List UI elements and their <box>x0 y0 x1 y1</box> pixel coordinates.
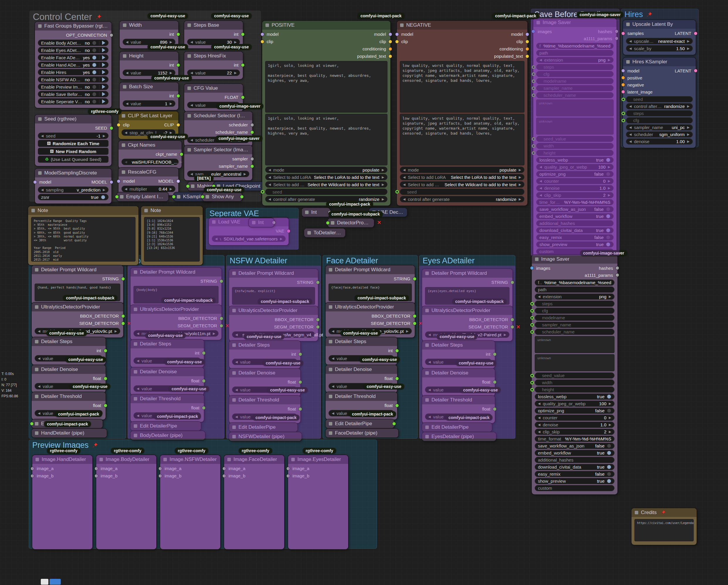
CLIP-output-port[interactable] <box>177 123 180 126</box>
decrement-arrow-icon[interactable]: ◀ <box>428 360 431 364</box>
node-header-scheduler-selector[interactable]: Scheduler Selector (Image S... <box>184 111 252 120</box>
clip-skip-widget[interactable]: ◀clip_skip2▶ <box>536 192 614 198</box>
image_a-input-port[interactable] <box>31 467 34 470</box>
a1111_params-output-port[interactable] <box>616 273 619 277</box>
decrement-arrow-icon[interactable]: ◀ <box>41 134 44 138</box>
image_b-input-port[interactable] <box>31 474 34 477</box>
toggle-dot[interactable] <box>606 235 610 240</box>
linked-input-port[interactable] <box>530 388 534 392</box>
decrement-arrow-icon[interactable]: ◀ <box>235 415 238 419</box>
float-output-port[interactable] <box>298 407 302 410</box>
increment-arrow-icon[interactable]: ▶ <box>609 416 611 420</box>
seed-widget[interactable]: ◀seed-1▶ <box>38 133 108 139</box>
additional-hashes-field[interactable]: additional_hashes <box>536 220 614 227</box>
increment-arrow-icon[interactable]: ▶ <box>406 329 409 333</box>
bypass-arrow-icon[interactable] <box>102 99 105 104</box>
collapse-icon[interactable] <box>232 371 236 375</box>
node-header-upscale-latent-by[interactable]: Upscale Latent By <box>623 20 696 29</box>
bypass-arrow-icon[interactable] <box>102 48 105 52</box>
collapse-icon[interactable] <box>38 171 42 175</box>
toggle-dot[interactable] <box>607 444 611 448</box>
collapse-icon[interactable] <box>35 431 38 435</box>
textarea[interactable]: [1:1] 1024x1024 [3:4] 896x1152 [5:8] 832… <box>144 217 200 262</box>
increment-arrow-icon[interactable]: ▶ <box>687 104 690 108</box>
collapse-icon[interactable] <box>425 425 429 429</box>
node-steps-hiresfix[interactable]: Steps HiresFixint◀value22▶ <box>184 52 243 79</box>
linked-input-port[interactable] <box>530 330 534 334</box>
collapse-icon[interactable] <box>191 184 194 188</box>
toggle-dot[interactable] <box>92 48 97 52</box>
save-workflow-as-json-toggle[interactable]: save_workflow_as_jsonfalse <box>536 206 614 212</box>
increment-arrow-icon[interactable]: ▶ <box>234 71 237 75</box>
enable-body-adetailer-toggle[interactable]: Enable Body ADetailerno <box>38 39 108 46</box>
node-header-note-resolutions[interactable]: Note <box>141 206 203 215</box>
node-image-saver[interactable]: Image Saverimageshashesa1111_paramsfilen… <box>532 255 618 495</box>
collapse-icon[interactable] <box>232 425 236 429</box>
toggle-dot[interactable] <box>606 158 610 162</box>
node-sampler-selector[interactable]: Sampler Selector (Image Sa...samplersamp… <box>184 145 252 180</box>
decrement-arrow-icon[interactable]: ◀ <box>126 40 128 44</box>
node-header-width[interactable]: Width <box>120 21 178 30</box>
increment-arrow-icon[interactable]: ▶ <box>609 423 611 427</box>
scale-by-widget[interactable]: ◀scale_by1.50▶ <box>626 45 693 52</box>
SEED-output-port[interactable] <box>110 126 113 130</box>
SEGM_DETECTOR-output-port[interactable] <box>220 324 223 327</box>
node-header-body-steps[interactable]: Detailer Steps <box>131 340 204 348</box>
upscale-method-widget[interactable]: ◀upscale_methodnearest-exact▶ <box>626 38 693 44</box>
value-widget[interactable]: ◀value22▶ <box>187 70 240 76</box>
btn-button[interactable]: ⚄Randomize Each Time <box>38 140 108 147</box>
BBOX_DETECTOR-output-port[interactable] <box>511 318 514 321</box>
decrement-arrow-icon[interactable]: ◀ <box>538 295 540 298</box>
toggle-dot[interactable] <box>606 228 610 233</box>
increment-arrow-icon[interactable]: ▶ <box>609 430 611 434</box>
decrement-arrow-icon[interactable]: ◀ <box>403 197 405 201</box>
int-output-port[interactable] <box>104 349 107 352</box>
float-output-port[interactable] <box>104 404 107 407</box>
node-header-body-detector[interactable]: UltralyticsDetectorProvider <box>131 305 222 314</box>
lossless-webp-toggle[interactable]: lossless_webptrue <box>535 394 615 400</box>
linked-input-port[interactable] <box>622 112 625 115</box>
node-header-body-edit-pipe[interactable]: Edit DetailerPipe <box>131 422 201 430</box>
collapse-icon[interactable] <box>38 117 42 121</box>
node-note-resolutions[interactable]: Note[1:1] 1024x1024 [3:4] 896x1152 [5:8]… <box>141 206 203 265</box>
node-empty-latent-image[interactable]: Empty Latent Image <box>117 192 168 201</box>
decrement-arrow-icon[interactable]: ◀ <box>38 356 40 361</box>
textarea[interactable]: unknown <box>535 354 615 371</box>
model-output-port[interactable] <box>389 32 392 36</box>
node-header-negative[interactable]: NEGATIVE <box>397 21 527 30</box>
collapse-icon[interactable] <box>134 397 137 401</box>
combo-widget[interactable]: ◀waiSHUFFLENOOB_...▶ <box>122 159 179 165</box>
enable-hires-toggle[interactable]: Enable Hiresyes <box>38 69 108 75</box>
decrement-arrow-icon[interactable]: ◀ <box>332 356 334 361</box>
decrement-arrow-icon[interactable]: ◀ <box>190 138 193 142</box>
decrement-arrow-icon[interactable]: ◀ <box>235 388 238 392</box>
collapse-icon[interactable] <box>122 114 125 117</box>
toggle-dot[interactable] <box>92 63 97 67</box>
collapse-icon[interactable] <box>134 424 137 428</box>
STRING-output-port[interactable] <box>316 281 319 284</box>
collapse-icon[interactable] <box>329 305 332 309</box>
node-preview-3[interactable]: Image.FaceDetailerimage_aimage_b <box>224 455 284 549</box>
populated_text-output-port[interactable] <box>389 55 392 58</box>
increment-arrow-icon[interactable]: ▶ <box>609 295 611 298</box>
node-header-steps-base[interactable]: Steps Base <box>184 21 243 30</box>
increment-arrow-icon[interactable]: ▶ <box>608 165 610 169</box>
node-header-model-sampling-discrete[interactable]: ModelSamplingDiscrete <box>35 168 111 178</box>
hashes-output-port[interactable] <box>616 267 619 270</box>
group-titlebar-nsfw-adetailer[interactable]: NSFW ADetailer <box>226 255 321 267</box>
increment-arrow-icon[interactable]: ▶ <box>213 331 215 336</box>
BBOX_DETECTOR-output-port[interactable] <box>413 314 416 318</box>
node-header-hand-detector[interactable]: UltralyticsDetectorProvider <box>32 302 123 312</box>
STRING-output-port[interactable] <box>122 277 125 280</box>
linked-input-port[interactable] <box>532 94 535 97</box>
clip-input-port[interactable] <box>117 123 120 126</box>
float-output-port[interactable] <box>493 380 496 383</box>
clip-output-port[interactable] <box>389 40 392 43</box>
decrement-arrow-icon[interactable]: ◀ <box>38 329 40 333</box>
conditioning-output-port[interactable] <box>526 47 529 50</box>
toggle-dot[interactable] <box>606 207 610 211</box>
linked-input-port[interactable] <box>622 98 625 101</box>
node-header-hand-threshold[interactable]: Detailer Threshold <box>32 392 106 401</box>
toggle-dot[interactable] <box>92 99 97 104</box>
collapse-icon[interactable] <box>425 343 429 347</box>
